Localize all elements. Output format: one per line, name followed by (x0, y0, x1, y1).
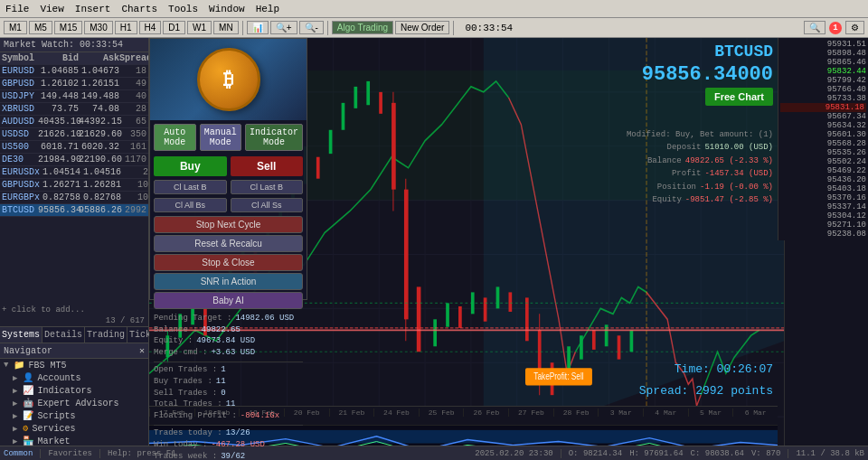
price-95766[interactable]: 95766.40 (780, 85, 866, 94)
stop-next-cycle-btn[interactable]: Stop Next Cycle (154, 216, 303, 233)
market-watch-row-audusd[interactable]: AUDUSD 40435.10 44392.15 65 (0, 116, 148, 128)
svg-rect-51 (484, 297, 487, 321)
market-watch-row-usdjpy[interactable]: USDJPY 149.448 149.488 40 (0, 90, 148, 103)
tb-search[interactable]: 🔍 (804, 21, 826, 34)
tb-h4[interactable]: H4 (139, 21, 162, 34)
status-close: C: 98038.64 (691, 449, 744, 458)
menu-view[interactable]: View (34, 4, 69, 14)
tb-m15[interactable]: M15 (54, 21, 82, 34)
tb-d1[interactable]: D1 (163, 21, 185, 34)
price-95568[interactable]: 95568.28 (780, 139, 866, 148)
svg-rect-37 (329, 130, 333, 154)
tb-w1[interactable]: W1 (187, 21, 212, 34)
market-watch-row-xbrusd[interactable]: XBRUSD 73.75 74.08 28 (0, 103, 148, 116)
nav-scripts[interactable]: ▶ 📝 Scripts (0, 409, 148, 422)
tab-details[interactable]: Details (42, 327, 85, 343)
price-95271[interactable]: 95271.10 (780, 221, 866, 230)
nav-indicators-expand: ▶ (13, 386, 17, 396)
market-watch-row-gbpusd[interactable]: GBPUSD 1.26102 1.26151 49 (0, 78, 148, 90)
tb-mn[interactable]: MN (213, 21, 239, 34)
indicator-mode-btn[interactable]: Indicator Mode (245, 124, 303, 151)
market-watch-row-eurusdx[interactable]: EURUSDx 1.04514 1.04516 2 (0, 166, 148, 179)
status-favorites-tab[interactable]: Favorites (48, 449, 92, 458)
close-all-buys-btn[interactable]: Cl All Bs (154, 198, 227, 212)
market-watch-row-eurgbpx[interactable]: EURGBPx 0.82758 0.82768 10 (0, 192, 148, 204)
market-watch-row-de30[interactable]: DE30 21984.90 22190.60 1170 (0, 154, 148, 166)
time-28feb: 28 Feb (553, 408, 599, 417)
tb-m30[interactable]: M30 (84, 21, 112, 34)
price-95601[interactable]: 95601.30 (780, 130, 866, 139)
auto-mode-btn[interactable]: Auto Mode (154, 124, 196, 151)
tb-zoom-in[interactable]: 🔍+ (270, 21, 297, 34)
status-common-tab[interactable]: Common (4, 449, 33, 458)
buy-button[interactable]: Buy (154, 156, 227, 176)
nav-accounts-label: Accounts (37, 373, 80, 383)
menu-tools[interactable]: Tools (163, 4, 203, 14)
price-95535[interactable]: 95535.26 (780, 148, 866, 157)
nav-services[interactable]: ▶ ⚙ Services (0, 422, 148, 435)
price-95832[interactable]: 95832.44 (780, 67, 866, 76)
price-95634[interactable]: 95634.32 (780, 121, 866, 130)
notification-badge[interactable]: 1 (829, 22, 842, 34)
nav-fbs-mt5-label: FBS MT5 (28, 361, 66, 371)
tb-zoom-out[interactable]: 🔍- (299, 21, 324, 34)
menu-window[interactable]: Window (203, 4, 250, 14)
time-21feb: 21 Feb (329, 408, 374, 417)
nav-fbs-mt5[interactable]: ▼ 📁 FBS MT5 (0, 359, 148, 371)
price-95436[interactable]: 95436.20 (780, 175, 866, 184)
tb-settings[interactable]: ⚙ (845, 21, 864, 34)
spread-eurusd: 18 (119, 66, 146, 76)
price-axis: 95931.51 95898.48 95865.46 95832.44 9579… (778, 38, 868, 240)
price-95898[interactable]: 95898.48 (780, 49, 866, 58)
menu-file[interactable]: File (0, 4, 34, 14)
nav-expert-advisors[interactable]: ▶ 🤖 Expert Advisors (0, 397, 148, 409)
free-chart-button[interactable]: Free Chart (705, 88, 773, 106)
stat-equity: Equity : 49673.84 USD (154, 335, 303, 347)
price-95733[interactable]: 95733.38 (780, 94, 866, 103)
market-watch-row-btcusd[interactable]: BTCUSD 95856.34 95886.26 2992 (0, 204, 148, 217)
close-all-sells-btn[interactable]: Cl All Ss (231, 198, 304, 212)
market-watch-add[interactable]: + click to add... (0, 305, 148, 315)
price-95799[interactable]: 95799.42 (780, 76, 866, 85)
price-95403[interactable]: 95403.18 (780, 184, 866, 193)
symbol-us500: US500 (2, 142, 38, 152)
sell-button[interactable]: Sell (231, 156, 304, 176)
price-95370[interactable]: 95370.16 (780, 193, 866, 202)
market-watch-row-eurusd[interactable]: EURUSD 1.04685 1.04673 18 (0, 65, 148, 78)
baby-ai-btn[interactable]: Baby AI (154, 292, 303, 309)
stop-close-btn[interactable]: Stop & Close (154, 254, 303, 271)
tab-systems[interactable]: Systems (0, 327, 42, 343)
nav-accounts[interactable]: ▶ 👤 Accounts (0, 371, 148, 384)
price-95238[interactable]: 95238.08 (780, 230, 866, 239)
price-current[interactable]: 95831.18 (780, 103, 866, 112)
tb-algo-trading[interactable]: Algo Trading (332, 21, 393, 34)
tab-trading[interactable]: Trading (85, 327, 127, 343)
tb-m1[interactable]: M1 (4, 21, 27, 34)
manual-mode-btn[interactable]: Manual Mode (200, 124, 242, 151)
svg-text:TakeProfit: Sell: TakeProfit: Sell (533, 371, 583, 381)
market-watch-row-gbpusdx[interactable]: GBPUSDx 1.26271 1.26281 10 (0, 179, 148, 192)
price-95667[interactable]: 95667.34 (780, 112, 866, 121)
chart-area[interactable]: TakeProfit: Sell Untested Sup ₿ Auto Mod… (149, 38, 868, 460)
price-95337[interactable]: 95337.14 (780, 202, 866, 211)
menu-insert[interactable]: Insert (70, 4, 117, 14)
market-watch-row-us500[interactable]: US500 6018.71 6020.32 161 (0, 141, 148, 154)
price-95304[interactable]: 95304.12 (780, 211, 866, 221)
price-95931[interactable]: 95931.51 (780, 40, 866, 49)
reset-recalcu-btn[interactable]: Reset & Recalcu (154, 235, 303, 252)
menu-charts[interactable]: Charts (116, 4, 163, 14)
market-watch-row-usdsd[interactable]: USDSD 21626.10 21629.60 350 (0, 128, 148, 141)
price-95502[interactable]: 95502.24 (780, 157, 866, 166)
tb-m5[interactable]: M5 (29, 21, 52, 34)
price-95469[interactable]: 95469.22 (780, 166, 866, 175)
tb-h1[interactable]: H1 (115, 21, 137, 34)
price-95865[interactable]: 95865.46 (780, 58, 866, 67)
tb-chart-type[interactable]: 📊 (247, 21, 269, 34)
nav-indicators[interactable]: ▶ 📈 Indicators (0, 384, 148, 397)
menu-help[interactable]: Help (250, 4, 285, 14)
snr-action-btn[interactable]: SNR in Action (154, 273, 303, 290)
navigator-close[interactable]: ✕ (139, 345, 145, 356)
tb-new-order[interactable]: New Order (395, 21, 449, 34)
close-last-sell-btn[interactable]: Cl Last B (231, 180, 304, 194)
close-last-buy-btn[interactable]: Cl Last B (154, 180, 227, 194)
